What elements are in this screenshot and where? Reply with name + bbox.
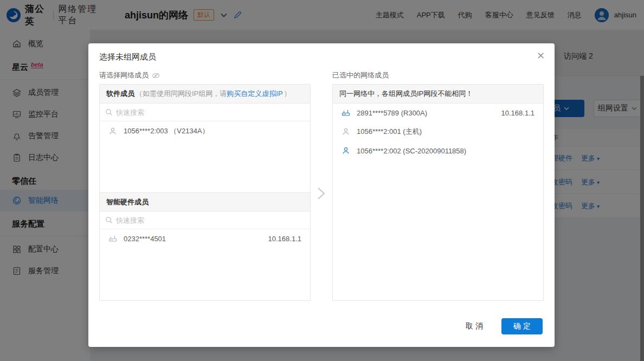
transfer-right-chevron-icon — [314, 185, 328, 202]
select-members-dialog: 选择未组网成员 ✕ 请选择网络成员 已选中的网络成员 软件成员 （如需使用同网段… — [88, 43, 555, 347]
right-label-text: 已选中的网络成员 — [332, 70, 389, 80]
member-name: 2891****5789 (R300A) — [357, 109, 427, 117]
ip-warning-header: 同一网络中，各组网成员IP网段不能相同！ — [333, 85, 543, 104]
hardware-search-input[interactable] — [116, 216, 305, 224]
user-icon — [342, 127, 350, 136]
selected-member-item[interactable]: 2891****5789 (R300A) 10.168.1.1 — [333, 104, 543, 122]
search-icon — [105, 108, 113, 116]
ip-warning-text: 同一网络中，各组网成员IP网段不能相同！ — [339, 89, 473, 99]
member-name: 1056****2:002 (SC-202009011858) — [357, 147, 466, 155]
software-note-prefix: （如需使用同网段IP组网，请 — [136, 89, 227, 99]
right-column-label: 已选中的网络成员 — [332, 70, 389, 80]
member-name: 1056****2:001 (主机) — [357, 127, 422, 137]
hardware-member-item[interactable]: 0232****4501 10.168.1.1 — [100, 229, 310, 248]
member-name: 0232****4501 — [124, 235, 166, 243]
router-icon — [342, 108, 350, 117]
eye-icon[interactable] — [152, 72, 160, 80]
member-name: 1056****2:003 （V2134A） — [124, 126, 209, 136]
selected-member-item[interactable]: 1056****2:001 (主机) — [333, 122, 543, 141]
dialog-title: 选择未组网成员 — [99, 52, 156, 62]
dialog-footer: 取 消 确 定 — [466, 318, 543, 334]
user-icon — [108, 127, 117, 136]
left-label-text: 请选择网络成员 — [99, 70, 149, 80]
software-note-suffix: ） — [284, 89, 291, 99]
router-icon — [108, 234, 117, 243]
page: 蒲公英 网络管理平台 ahjisun的网络 默认 主题模式 APP下载 代购 客… — [0, 0, 644, 361]
software-search-input[interactable] — [116, 108, 305, 117]
cancel-button[interactable]: 取 消 — [466, 321, 483, 331]
close-icon[interactable]: ✕ — [537, 51, 545, 61]
left-column-label: 请选择网络成员 — [99, 70, 160, 80]
software-members-list: 1056****2:003 （V2134A） — [100, 121, 310, 192]
member-ip: 10.168.1.1 — [501, 109, 534, 117]
hardware-members-title: 智能硬件成员 — [106, 197, 149, 207]
user-icon — [342, 146, 350, 155]
software-members-title: 软件成员 — [106, 89, 134, 99]
available-members-panel: 软件成员 （如需使用同网段IP组网，请 购买自定义虚拟IP ） 1056****… — [99, 84, 311, 301]
hardware-members-header: 智能硬件成员 — [100, 192, 310, 211]
selected-members-list: 2891****5789 (R300A) 10.168.1.1 1056****… — [333, 104, 543, 300]
software-members-header: 软件成员 （如需使用同网段IP组网，请 购买自定义虚拟IP ） — [100, 85, 310, 104]
member-ip: 10.168.1.1 — [268, 235, 301, 243]
hardware-members-list: 0232****4501 10.168.1.1 — [100, 229, 310, 300]
selected-members-panel: 同一网络中，各组网成员IP网段不能相同！ 2891****5789 (R300A… — [332, 84, 544, 301]
software-search-row — [100, 104, 310, 121]
selected-member-item[interactable]: 1056****2:002 (SC-202009011858) — [333, 141, 543, 160]
software-member-item[interactable]: 1056****2:003 （V2134A） — [100, 121, 310, 141]
search-icon — [105, 216, 113, 224]
confirm-button[interactable]: 确 定 — [501, 318, 543, 334]
hardware-search-row — [100, 211, 310, 229]
buy-virtual-ip-link[interactable]: 购买自定义虚拟IP — [227, 89, 282, 99]
